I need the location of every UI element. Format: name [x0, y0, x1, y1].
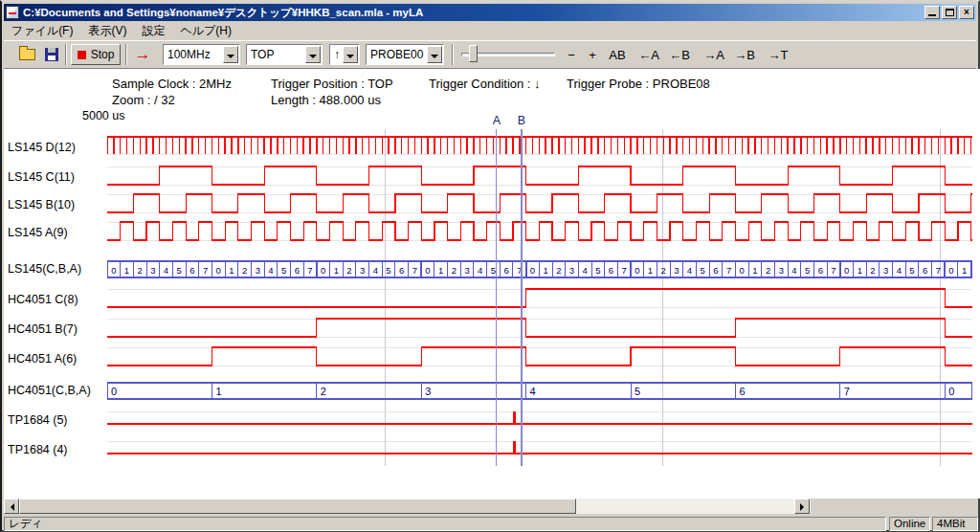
- menu-help[interactable]: ヘルプ(H): [172, 21, 239, 41]
- open-button[interactable]: [15, 44, 38, 65]
- svg-text:3: 3: [464, 265, 469, 276]
- svg-text:1: 1: [752, 265, 757, 276]
- svg-text:2: 2: [452, 265, 457, 276]
- close-button[interactable]: ×: [959, 6, 974, 19]
- svg-text:6: 6: [818, 265, 823, 276]
- stop-button[interactable]: Stop: [71, 44, 121, 65]
- maximize-button[interactable]: [942, 6, 957, 19]
- svg-text:5: 5: [909, 265, 914, 276]
- svg-text:3: 3: [883, 265, 888, 276]
- toolbar-separator: [65, 44, 67, 65]
- scrollbar-thumb[interactable]: [19, 499, 576, 514]
- menu-file[interactable]: ファイル(F): [4, 21, 80, 41]
- svg-text:5: 5: [635, 386, 640, 397]
- goto-b-left-button[interactable]: ←B: [666, 45, 693, 64]
- svg-text:1: 1: [215, 386, 221, 397]
- svg-text:4: 4: [582, 265, 587, 276]
- horizontal-scrollbar[interactable]: [4, 499, 811, 514]
- channel-label-tp1684-5: TP1684 (5): [8, 412, 104, 428]
- chevron-down-icon[interactable]: [305, 46, 321, 63]
- maximize-icon: [946, 9, 954, 16]
- svg-text:2: 2: [321, 386, 326, 397]
- svg-text:4: 4: [791, 265, 796, 276]
- toolbar-separator: [125, 44, 127, 65]
- wave-7: [107, 347, 972, 366]
- svg-text:2: 2: [346, 265, 351, 276]
- ab-button[interactable]: AB: [605, 45, 630, 64]
- wave-5: [107, 289, 972, 307]
- svg-text:7: 7: [726, 265, 731, 276]
- toolbar-separator: [452, 44, 454, 65]
- stop-icon: [78, 51, 86, 59]
- menu-view[interactable]: 表示(V): [80, 21, 134, 41]
- goto-b-right-button[interactable]: →B: [731, 45, 758, 64]
- scroll-left-icon: [7, 503, 14, 511]
- zoom-slider-handle[interactable]: [469, 45, 478, 62]
- trigger-position-select[interactable]: TOP: [246, 44, 323, 65]
- zoom-in-button[interactable]: +: [584, 45, 601, 64]
- svg-text:4: 4: [897, 265, 902, 276]
- zoom-out-button[interactable]: −: [563, 45, 580, 64]
- open-folder-icon: [19, 49, 35, 60]
- scroll-left-button[interactable]: [4, 499, 19, 514]
- channel-label-ls145-d: LS145 D(12): [8, 140, 104, 155]
- channel-label-ls145-bus: LS145(C,B,A): [8, 261, 104, 277]
- sample-clock-info: Sample Clock : 2MHz: [112, 77, 232, 91]
- svg-text:3: 3: [779, 265, 784, 276]
- zoom-info: Zoom : / 32: [112, 93, 175, 107]
- menu-bar: ファイル(F) 表示(V) 設定 ヘルプ(H): [4, 21, 976, 40]
- svg-text:6: 6: [923, 265, 927, 276]
- waveform-plot[interactable]: 0123456701234567012345670123456701234567…: [107, 129, 972, 466]
- probe-select[interactable]: PROBE00: [366, 44, 444, 65]
- app-window: C:¥Documents and Settings¥noname¥デスクトップ¥…: [0, 0, 980, 532]
- run-arrow-icon: →: [135, 45, 151, 64]
- svg-text:5: 5: [595, 265, 600, 276]
- scroll-right-button[interactable]: [794, 499, 810, 514]
- svg-text:6: 6: [739, 386, 745, 397]
- save-button[interactable]: [40, 44, 63, 65]
- svg-text:1: 1: [962, 265, 967, 276]
- svg-text:0: 0: [635, 265, 639, 276]
- title-bar[interactable]: C:¥Documents and Settings¥noname¥デスクトップ¥…: [4, 4, 976, 21]
- chevron-down-icon[interactable]: [427, 46, 442, 63]
- chevron-down-icon[interactable]: [343, 46, 358, 63]
- edge-select[interactable]: ↑: [329, 44, 360, 65]
- goto-a-left-button[interactable]: ←A: [635, 45, 662, 64]
- svg-text:4: 4: [268, 265, 273, 276]
- svg-text:1: 1: [543, 265, 547, 276]
- clock-select[interactable]: 100MHz: [163, 44, 240, 65]
- run-button[interactable]: →: [130, 44, 155, 65]
- svg-text:0: 0: [216, 265, 221, 276]
- svg-text:1: 1: [229, 265, 234, 276]
- goto-trigger-button[interactable]: →T: [766, 45, 791, 64]
- menu-settings[interactable]: 設定: [134, 21, 172, 41]
- channel-label-ls145-c: LS145 C(11): [8, 169, 104, 185]
- minimize-button[interactable]: [924, 6, 940, 19]
- svg-text:7: 7: [831, 265, 835, 276]
- wave-9: [107, 411, 972, 424]
- svg-text:2: 2: [766, 265, 770, 276]
- channel-label-ls145-b: LS145 B(10): [8, 197, 104, 212]
- svg-text:1: 1: [648, 265, 653, 276]
- app-icon: [6, 6, 19, 19]
- stop-label: Stop: [91, 48, 115, 61]
- marker-b-label[interactable]: B: [516, 114, 527, 127]
- svg-text:1: 1: [438, 265, 443, 276]
- svg-text:7: 7: [203, 265, 208, 276]
- save-floppy-icon: [45, 48, 58, 61]
- scroll-right-icon: [800, 503, 808, 511]
- minimize-icon: [928, 14, 936, 16]
- channel-label-hc4051-a: HC4051 A(6): [8, 351, 104, 366]
- svg-text:3: 3: [150, 265, 155, 276]
- goto-a-right-button[interactable]: →A: [701, 45, 727, 64]
- svg-text:2: 2: [242, 265, 247, 276]
- svg-text:7: 7: [844, 386, 850, 397]
- svg-text:6: 6: [503, 265, 508, 276]
- channel-label-tp1684-4: TP1684 (4): [8, 442, 104, 457]
- svg-text:6: 6: [713, 265, 718, 276]
- marker-a-label[interactable]: A: [491, 114, 502, 127]
- svg-text:5: 5: [177, 265, 182, 276]
- trigger-position-info: Trigger Position : TOP: [271, 77, 393, 91]
- svg-text:0: 0: [111, 265, 116, 276]
- chevron-down-icon[interactable]: [223, 46, 238, 63]
